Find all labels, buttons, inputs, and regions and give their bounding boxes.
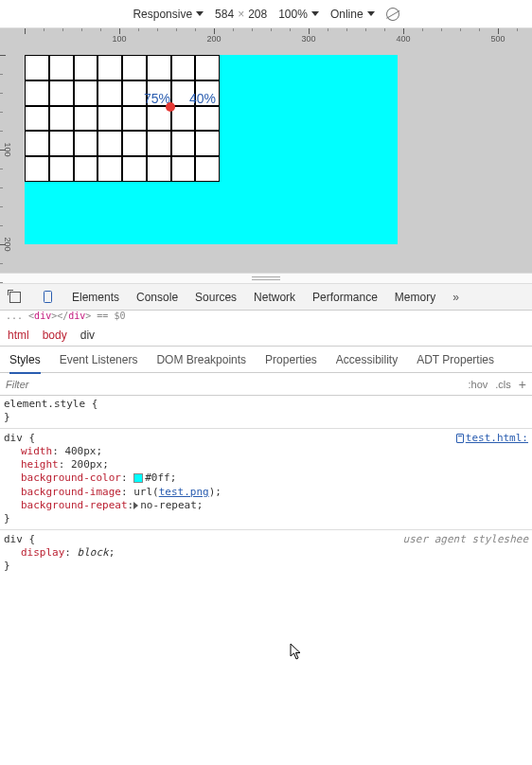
toggle-device-button[interactable] (40, 290, 55, 305)
ruler-tick-label: 500 (490, 34, 505, 44)
subtab-accessibility[interactable]: Accessibility (336, 353, 398, 366)
decl-background-color[interactable]: background-color: #0ff; (4, 471, 528, 485)
inspect-icon (9, 292, 21, 303)
source-link[interactable]: test.html: (456, 432, 528, 445)
device-viewport: 100200300400500 100200 75% 40% (0, 28, 532, 273)
decl-display[interactable]: display: block; (4, 546, 528, 560)
styles-pane: element.style { } test.html: div { width… (0, 396, 532, 578)
inspect-element-button[interactable] (8, 290, 23, 305)
rotate-button[interactable] (386, 8, 399, 21)
devtools-main-tabs: Elements Console Sources Network Perform… (0, 284, 532, 311)
tab-performance[interactable]: Performance (312, 291, 378, 304)
tab-elements[interactable]: Elements (72, 291, 119, 304)
rotate-icon (383, 5, 401, 23)
expand-shorthand-icon[interactable] (133, 502, 138, 509)
cls-toggle[interactable]: .cls (495, 379, 511, 390)
position-grid-overlay[interactable] (25, 55, 220, 182)
decl-background-repeat[interactable]: background-repeat:no-repeat; (4, 499, 528, 512)
zoom-dropdown[interactable]: 100% (278, 8, 319, 21)
chevron-down-icon (367, 11, 375, 16)
more-tabs-button[interactable]: » (452, 291, 459, 304)
tab-network[interactable]: Network (254, 291, 295, 304)
dimension-x: × (238, 8, 244, 21)
tab-memory[interactable]: Memory (395, 291, 435, 304)
viewport-width[interactable]: 584 (215, 8, 234, 21)
breadcrumb-html[interactable]: html (8, 329, 29, 342)
decl-width[interactable]: width: 400px; (4, 445, 528, 458)
dom-source-line: ... <div></div> == $0 (0, 311, 532, 324)
throttle-label: Online (330, 8, 364, 21)
ruler-tick-label: 100 (3, 142, 12, 156)
mouse-cursor-icon (290, 643, 303, 660)
responsive-mode-label: Responsive (133, 8, 192, 21)
selector: element.style (4, 398, 85, 410)
ruler-horizontal: 100200300400500 (0, 28, 532, 53)
position-dot[interactable] (166, 102, 175, 112)
position-y-label: 40% (189, 91, 216, 106)
ruler-tick-label: 100 (112, 34, 126, 44)
tab-console[interactable]: Console (136, 291, 178, 304)
dom-breadcrumb: html body div (0, 324, 532, 347)
device-toolbar: Responsive 584 × 208 100% Online (0, 0, 532, 28)
styles-sub-tabs: Styles Event Listeners DOM Breakpoints P… (0, 347, 532, 373)
rule-div-ua[interactable]: user agent styleshee div { display: bloc… (4, 533, 528, 574)
responsive-mode-dropdown[interactable]: Responsive (133, 8, 204, 21)
dimensions: 584 × 208 (215, 8, 267, 21)
zoom-label: 100% (278, 8, 308, 21)
selector: div (4, 533, 23, 545)
device-icon (44, 291, 52, 303)
throttle-dropdown[interactable]: Online (330, 8, 375, 21)
tab-sources[interactable]: Sources (195, 291, 237, 304)
ruler-tick-label: 400 (396, 34, 410, 44)
breadcrumb-body[interactable]: body (43, 329, 67, 342)
ruler-tick-label: 200 (3, 237, 12, 251)
ruler-tick-label: 300 (301, 34, 315, 44)
color-swatch[interactable] (133, 473, 143, 483)
subtab-styles[interactable]: Styles (9, 353, 41, 374)
subtab-dom-breakpoints[interactable]: DOM Breakpoints (156, 353, 246, 366)
pane-drag-handle[interactable] (0, 273, 532, 284)
decl-height[interactable]: height: 200px; (4, 458, 528, 471)
url-link[interactable]: test.png (159, 486, 209, 498)
viewport-height[interactable]: 208 (248, 8, 267, 21)
styles-filter-row: :hov .cls + (0, 373, 532, 396)
subtab-event-listeners[interactable]: Event Listeners (60, 353, 138, 366)
hov-toggle[interactable]: :hov (469, 379, 488, 390)
decl-background-image[interactable]: background-image: url(test.png); (4, 486, 528, 499)
styles-filter-input[interactable] (6, 379, 461, 390)
chevron-down-icon (196, 11, 204, 16)
ruler-vertical: 100200 (0, 28, 25, 273)
subtab-properties[interactable]: Properties (265, 353, 317, 366)
chevron-down-icon (311, 11, 319, 16)
breadcrumb-div[interactable]: div (80, 329, 95, 342)
ruler-tick-label: 200 (206, 34, 221, 44)
file-icon (456, 434, 464, 443)
drag-handle-icon (252, 276, 280, 280)
new-style-rule-button[interactable]: + (519, 377, 526, 392)
rule-div-author[interactable]: test.html: div { width: 400px; height: 2… (4, 432, 528, 526)
rule-element-style[interactable]: element.style { } (4, 398, 528, 425)
selector: div (4, 432, 23, 444)
subtab-adt-properties[interactable]: ADT Properties (417, 353, 494, 366)
ua-stylesheet-label: user agent styleshee (403, 533, 528, 546)
